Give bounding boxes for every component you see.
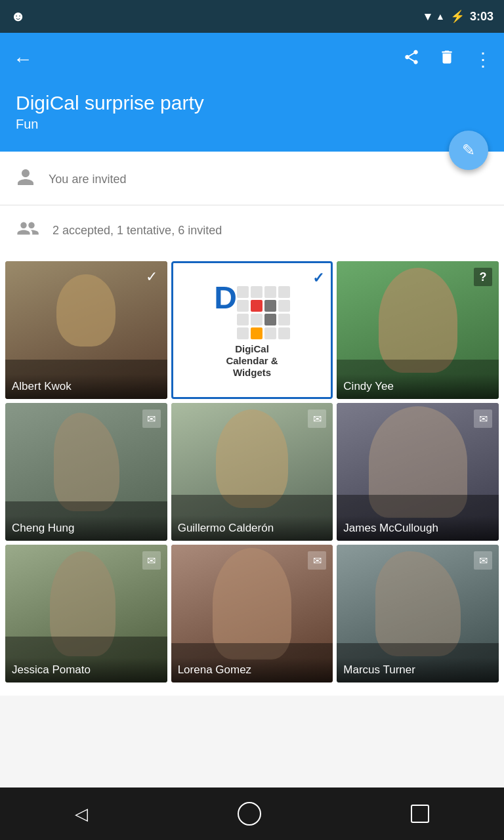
toolbar-actions: ⋮ [403, 49, 491, 70]
contact-name-marcus-turner: Marcus Turner [337, 658, 499, 682]
delete-button[interactable] [438, 49, 455, 70]
contact-name-albert-kwok: Albert Kwok [5, 374, 167, 399]
edit-fab[interactable]: ✎ [449, 131, 488, 170]
status-bar-right: ▾ ▲ ⚡ 3:03 [425, 9, 494, 24]
contact-name-james-mccullough: James McCullough [337, 516, 499, 541]
recent-nav-button[interactable] [411, 805, 429, 823]
contact-badge-guillermo-calderon: ✉ [308, 410, 326, 428]
contact-badge-cindy-yee: ? [474, 268, 492, 286]
group-icon [16, 219, 39, 243]
guests-section: 2 accepted, 1 tentative, 6 invited [0, 205, 504, 261]
contact-badge-marcus-turner: ✉ [474, 551, 492, 570]
contact-card-marcus-turner[interactable]: Marcus Turner ✉ [337, 545, 499, 682]
digical-badge-check: ✓ [312, 270, 324, 287]
toolbar: ← ⋮ [0, 33, 504, 85]
battery-icon: ⚡ [450, 9, 465, 24]
contact-name-jessica-pomato: Jessica Pomato [5, 658, 167, 682]
envelope-icon: ✉ [308, 410, 326, 428]
invite-section: You are invited [0, 152, 504, 205]
time-display: 3:03 [470, 10, 494, 24]
person-icon [16, 167, 35, 192]
contact-badge-cheng-hung: ✉ [142, 410, 161, 428]
back-button[interactable]: ← [13, 48, 33, 70]
guests-summary: 2 accepted, 1 tentative, 6 invited [52, 224, 222, 238]
envelope-icon: ✉ [142, 551, 161, 570]
contact-card-jessica-pomato[interactable]: Jessica Pomato ✉ [5, 545, 167, 682]
digical-app-name: DigiCalCalendar &Widgets [226, 343, 278, 379]
contact-name-cheng-hung: Cheng Hung [5, 516, 167, 541]
checkmark-icon: ✓ [146, 268, 158, 285]
home-nav-button[interactable] [238, 802, 261, 826]
invite-status-text: You are invited [49, 173, 126, 186]
back-nav-button[interactable]: ◁ [75, 804, 88, 824]
android-icon: ☻ [10, 8, 26, 25]
contact-name-guillermo-calderon: Guillermo Calderón [171, 516, 333, 541]
contact-badge-jessica-pomato: ✉ [142, 551, 161, 570]
wifi-icon: ▾ [425, 9, 430, 24]
contact-card-james-mccullough[interactable]: James McCullough ✉ [337, 403, 499, 541]
status-bar: ☻ ▾ ▲ ⚡ 3:03 [0, 0, 504, 33]
envelope-icon: ✉ [474, 410, 492, 428]
contact-name-lorena-gomez: Lorena Gomez [171, 658, 333, 682]
question-icon: ? [474, 268, 492, 286]
contact-badge-james-mccullough: ✉ [474, 410, 492, 428]
contact-card-cindy-yee[interactable]: Cindy Yee ? [337, 261, 499, 399]
event-category: Fun [16, 117, 488, 132]
contact-card-albert-kwok[interactable]: Albert Kwok ✓ [5, 261, 167, 399]
edit-icon: ✎ [462, 141, 475, 159]
digical-letter: D [214, 282, 237, 314]
envelope-icon: ✉ [474, 551, 492, 570]
guests-header: 2 accepted, 1 tentative, 6 invited [16, 219, 488, 243]
envelope-icon: ✉ [142, 410, 161, 428]
contact-card-lorena-gomez[interactable]: Lorena Gomez ✉ [171, 545, 333, 682]
contact-card-guillermo-calderon[interactable]: Guillermo Calderón ✉ [171, 403, 333, 541]
digical-content: D DigiCalCalendar &Widgets [207, 276, 297, 385]
share-button[interactable] [403, 49, 420, 70]
contacts-grid: Albert Kwok ✓ D DigiCalCalendar &Widgets… [0, 261, 504, 696]
content-area: You are invited 2 accepted, 1 tentative,… [0, 152, 504, 696]
contact-card-cheng-hung[interactable]: Cheng Hung ✉ [5, 403, 167, 541]
contact-card-digical[interactable]: D DigiCalCalendar &Widgets ✓ [171, 261, 333, 399]
bottom-navigation: ◁ [0, 788, 504, 840]
contact-name-cindy-yee: Cindy Yee [337, 374, 499, 399]
digical-grid [237, 286, 290, 339]
event-title: DigiCal surprise party [16, 92, 488, 114]
event-header: DigiCal surprise party Fun ✎ [0, 85, 504, 152]
envelope-icon: ✉ [308, 551, 326, 570]
signal-icon: ▲ [436, 11, 445, 22]
contact-badge-albert-kwok: ✓ [142, 268, 161, 286]
more-button[interactable]: ⋮ [474, 49, 491, 70]
status-bar-left: ☻ [10, 8, 26, 25]
contact-badge-lorena-gomez: ✉ [308, 551, 326, 570]
